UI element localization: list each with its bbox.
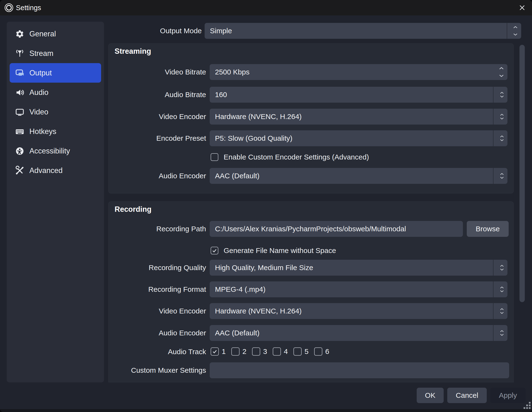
sidebar-item-label: Output	[29, 69, 52, 77]
stream-audio-encoder-label: Audio Encoder	[109, 168, 206, 184]
recording-path-label: Recording Path	[109, 221, 206, 237]
recording-header: Recording	[114, 205, 152, 214]
browse-button[interactable]: Browse	[467, 221, 509, 237]
audio-track-1-label: 1	[222, 346, 226, 357]
sidebar-item-accessibility[interactable]: Accessibility	[10, 141, 101, 161]
video-bitrate-label: Video Bitrate	[109, 64, 206, 80]
audio-track-1-checkbox[interactable]	[211, 347, 219, 356]
cancel-button[interactable]: Cancel	[447, 388, 487, 403]
check-icon	[212, 349, 218, 354]
sidebar-item-audio[interactable]: Audio	[10, 83, 101, 102]
generate-filename-checkbox[interactable]	[211, 247, 218, 255]
sidebar-item-hotkeys[interactable]: Hotkeys	[10, 122, 101, 141]
recording-section: Recording Recording Path C:/Users/Alex K…	[108, 201, 514, 382]
streaming-section: Streaming Video Bitrate 2500 Kbps Audio …	[108, 43, 514, 194]
rec-video-encoder-select[interactable]: Hardware (NVENC, H.264)	[210, 303, 507, 319]
divider	[493, 87, 494, 103]
rec-audio-encoder-value: AAC (Default)	[215, 329, 259, 337]
accessibility-icon	[14, 146, 25, 156]
audio-track-label: Audio Track	[109, 346, 206, 357]
ok-button-label: OK	[425, 391, 435, 400]
output-mode-select[interactable]: Simple	[205, 23, 521, 39]
sidebar-item-label: Hotkeys	[29, 127, 56, 136]
divider	[507, 23, 507, 39]
audio-track-5-label: 5	[304, 346, 309, 357]
generate-filename-label: Generate File Name without Space	[224, 245, 336, 256]
stream-video-encoder-label: Video Encoder	[109, 109, 206, 125]
ok-button[interactable]: OK	[417, 388, 444, 403]
sidebar-item-label: General	[29, 30, 56, 38]
titlebar: Settings	[0, 0, 532, 15]
audio-track-5-checkbox[interactable]	[294, 347, 302, 356]
recording-quality-label: Recording Quality	[109, 260, 206, 276]
sidebar-item-label: Audio	[29, 88, 48, 97]
stream-audio-encoder-select[interactable]: AAC (Default)	[210, 168, 507, 184]
custom-encoder-settings-label: Enable Custom Encoder Settings (Advanced…	[224, 152, 369, 163]
audio-track-3-checkbox[interactable]	[252, 347, 260, 356]
apply-button[interactable]: Apply	[490, 388, 525, 403]
settings-sidebar: General Stream Output	[7, 22, 104, 382]
sidebar-item-advanced[interactable]: Advanced	[10, 161, 101, 180]
divider	[493, 281, 494, 297]
audio-track-6-label: 6	[325, 346, 329, 357]
encoder-preset-select[interactable]: P5: Slow (Good Quality)	[210, 130, 507, 146]
divider	[493, 130, 494, 146]
sidebar-item-label: Advanced	[29, 166, 63, 175]
monitor-icon	[14, 107, 25, 117]
rec-audio-encoder-select[interactable]: AAC (Default)	[210, 325, 507, 341]
output-mode-value: Simple	[210, 27, 232, 35]
recording-format-select[interactable]: MPEG-4 (.mp4)	[210, 281, 507, 297]
sidebar-item-label: Accessibility	[29, 147, 70, 155]
encoder-preset-value: P5: Slow (Good Quality)	[215, 134, 293, 142]
settings-window: Settings General	[0, 0, 532, 412]
audio-track-3-label: 3	[263, 346, 267, 357]
stream-video-encoder-select[interactable]: Hardware (NVENC, H.264)	[210, 109, 507, 125]
chevron-updown-icon	[500, 87, 504, 103]
audio-track-2-label: 2	[242, 346, 247, 357]
sidebar-item-stream[interactable]: Stream	[10, 44, 101, 63]
check-icon	[212, 248, 217, 254]
video-bitrate-value: 2500 Kbps	[215, 68, 249, 76]
audio-bitrate-label: Audio Bitrate	[109, 87, 206, 103]
sidebar-item-general[interactable]: General	[10, 24, 101, 44]
rec-video-encoder-label: Video Encoder	[109, 303, 206, 319]
output-camera-icon	[14, 68, 25, 78]
recording-path-value: C:/Users/Alex Kranias/PycharmProjects/ob…	[215, 225, 406, 233]
encoder-preset-label: Encoder Preset	[109, 130, 206, 146]
divider	[493, 260, 494, 276]
resize-grip[interactable]	[522, 402, 531, 410]
audio-track-6-checkbox[interactable]	[314, 347, 322, 356]
spinner-updown-icon	[499, 64, 504, 80]
rec-video-encoder-value: Hardware (NVENC, H.264)	[215, 307, 302, 315]
audio-track-4-checkbox[interactable]	[273, 347, 281, 356]
sidebar-item-output[interactable]: Output	[10, 63, 101, 83]
browse-button-label: Browse	[476, 225, 500, 233]
recording-quality-select[interactable]: High Quality, Medium File Size	[210, 260, 507, 276]
recording-path-input[interactable]: C:/Users/Alex Kranias/PycharmProjects/ob…	[210, 221, 463, 237]
audio-track-4-label: 4	[284, 346, 288, 357]
streaming-header: Streaming	[114, 47, 151, 56]
custom-muxer-input[interactable]	[210, 362, 509, 378]
recording-quality-value: High Quality, Medium File Size	[215, 264, 313, 272]
recording-format-label: Recording Format	[109, 281, 206, 297]
sidebar-item-video[interactable]: Video	[10, 102, 101, 122]
gear-icon	[14, 29, 25, 39]
chevron-updown-icon	[513, 23, 518, 39]
chevron-updown-icon	[500, 260, 504, 276]
custom-encoder-settings-checkbox[interactable]	[211, 153, 218, 161]
divider	[493, 303, 494, 319]
divider	[493, 168, 494, 184]
chevron-updown-icon	[500, 130, 504, 146]
audio-bitrate-select[interactable]: 160	[210, 87, 507, 103]
sidebar-item-label: Video	[29, 108, 48, 116]
rec-audio-encoder-label: Audio Encoder	[109, 325, 206, 341]
stream-video-encoder-value: Hardware (NVENC, H.264)	[215, 113, 302, 121]
video-bitrate-spinner[interactable]: 2500 Kbps	[210, 64, 507, 80]
close-button[interactable]	[517, 2, 528, 13]
vertical-scrollbar[interactable]	[520, 45, 525, 302]
chevron-updown-icon	[500, 303, 504, 319]
custom-muxer-label: Custom Muxer Settings	[109, 362, 206, 378]
chevron-updown-icon	[500, 109, 504, 125]
audio-track-2-checkbox[interactable]	[231, 347, 239, 356]
cancel-button-label: Cancel	[456, 391, 478, 400]
